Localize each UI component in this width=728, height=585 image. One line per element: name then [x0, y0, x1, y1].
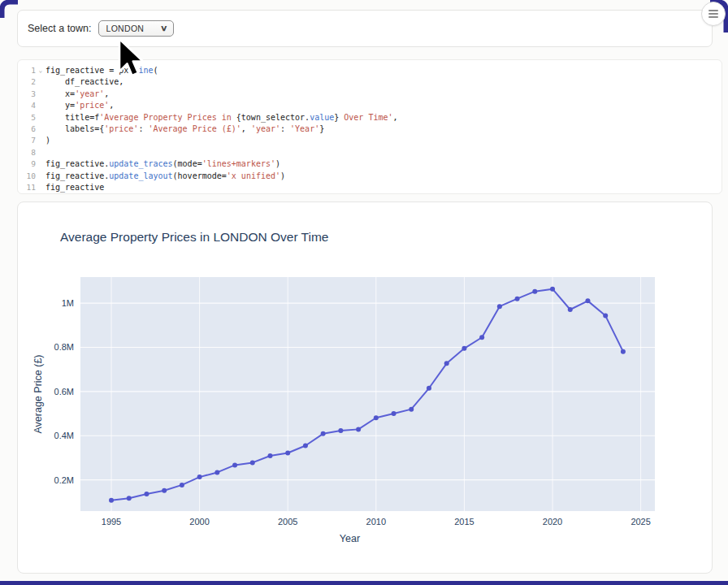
svg-text:2020: 2020: [543, 517, 562, 526]
price-line-chart[interactable]: 19952000200520102015202020250.2M0.4M0.6M…: [18, 202, 713, 574]
code-line: 6 labels={'price': 'Average Price (£)', …: [18, 124, 722, 135]
svg-text:0.4M: 0.4M: [54, 431, 74, 440]
svg-text:0.2M: 0.2M: [54, 475, 74, 485]
svg-text:Average Price (£): Average Price (£): [32, 354, 44, 433]
svg-text:Year: Year: [340, 533, 360, 544]
town-select-dropdown[interactable]: LONDON ∨: [98, 20, 174, 37]
code-line: 2 df_reactive,: [18, 76, 722, 88]
svg-text:0.8M: 0.8M: [54, 342, 74, 352]
notebook-menu-button[interactable]: [701, 2, 726, 26]
code-line: 8: [18, 147, 722, 158]
code-line: 1⌄fig_reactive = px.line(: [18, 65, 722, 76]
svg-text:2010: 2010: [366, 517, 386, 526]
code-line: 11fig_reactive: [18, 182, 722, 193]
code-line: 7): [18, 135, 722, 146]
fold-arrow-icon[interactable]: ⌄: [36, 65, 46, 76]
code-line: 10fig_reactive.update_layout(hovermode='…: [18, 171, 722, 182]
svg-text:2015: 2015: [454, 517, 474, 526]
hamburger-icon: [708, 10, 718, 18]
code-editor-cell[interactable]: 1⌄fig_reactive = px.line(2 df_reactive,3…: [17, 59, 722, 194]
code-line: 4 y='price',: [18, 100, 722, 111]
svg-text:0.6M: 0.6M: [54, 387, 74, 396]
svg-text:2000: 2000: [189, 517, 209, 526]
code-line: 5 title=f'Average Property Prices in {to…: [18, 112, 722, 124]
svg-text:2005: 2005: [278, 517, 297, 526]
chart-output-cell: Average Property Prices in LONDON Over T…: [17, 202, 713, 574]
town-select-value: LONDON: [106, 24, 145, 33]
code-lines: 1⌄fig_reactive = px.line(2 df_reactive,3…: [18, 65, 722, 193]
chevron-down-icon: ∨: [160, 24, 168, 32]
town-select-label: Select a town:: [28, 23, 92, 34]
code-line: 9fig_reactive.update_traces(mode='lines+…: [18, 158, 722, 170]
svg-text:1995: 1995: [102, 517, 121, 526]
svg-text:2025: 2025: [630, 517, 650, 526]
app: { "selector": { "label": "Select a town:…: [0, 0, 728, 585]
svg-text:1M: 1M: [62, 298, 74, 308]
window-frame-corner-top-left: [0, 0, 18, 18]
window-frame-bottom: [0, 581, 728, 585]
code-line: 3 x='year',: [18, 89, 722, 100]
selector-cell: Select a town: LONDON ∨: [17, 10, 713, 47]
